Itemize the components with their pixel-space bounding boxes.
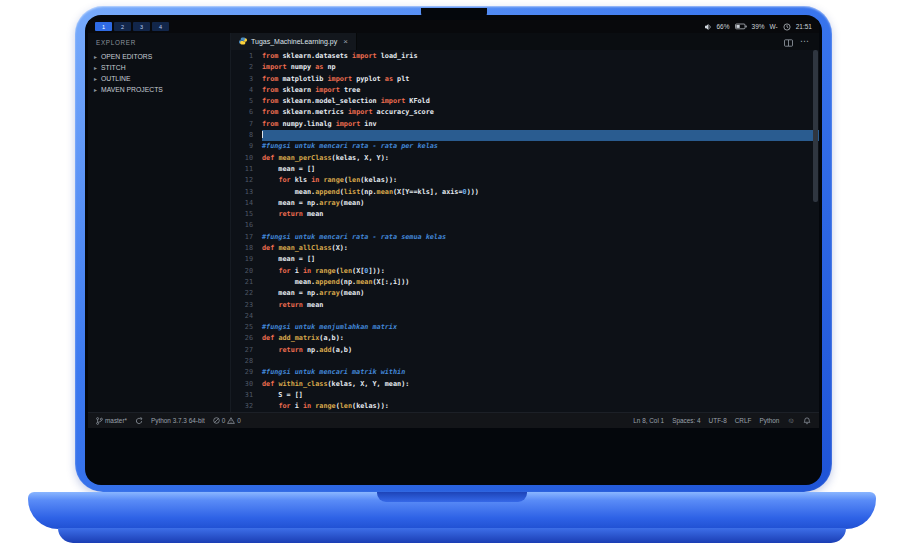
eol-setting[interactable]: CRLF (735, 417, 752, 424)
code-line-text: #fungsi untuk menjumlahkan matrix (262, 322, 819, 333)
code-line[interactable]: 25#fungsi untuk menjumlahkan matrix (231, 322, 819, 333)
code-line[interactable]: 10def mean_perClass(kelas, X, Y): (231, 153, 819, 164)
error-count: 0 (222, 417, 226, 424)
line-number: 3 (231, 74, 262, 85)
sidebar-item-label: STITCH (101, 64, 126, 71)
line-number: 15 (231, 209, 262, 220)
code-area[interactable]: 1from sklearn.datasets import load_iris2… (231, 50, 819, 412)
status-bar-right: Ln 8, Col 1 Spaces: 4 UTF-8 CRLF Python … (633, 417, 811, 425)
editor-scrollbar[interactable] (813, 50, 818, 202)
code-line[interactable]: 8 (231, 130, 819, 141)
line-number: 24 (231, 311, 262, 322)
code-line-text: def add_matrix(a,b): (262, 333, 819, 344)
python-interpreter-status[interactable]: Python 3.7.3 64-bit (151, 417, 205, 424)
code-line[interactable]: 13 mean.append(list(np.mean(X[Y==kls], a… (231, 187, 819, 198)
code-line[interactable]: 22 mean = np.array(mean) (231, 288, 819, 299)
sidebar-item-outline[interactable]: ▸ OUTLINE (88, 73, 230, 84)
code-line-text (262, 311, 819, 322)
code-line[interactable]: 19 mean = [] (231, 254, 819, 265)
code-line[interactable]: 9#fungsi untuk mencari rata - rata per k… (231, 141, 819, 152)
code-line[interactable]: 14 mean = np.array(mean) (231, 198, 819, 209)
code-line-text: return mean (262, 300, 819, 311)
code-line-text: for kls in range(len(kelas)): (262, 175, 819, 186)
split-editor-icon[interactable] (784, 33, 793, 51)
feedback-smiley-icon[interactable]: ☺ (787, 417, 795, 425)
language-mode[interactable]: Python (759, 417, 779, 424)
line-number: 13 (231, 187, 262, 198)
problems-status[interactable]: 0 0 (213, 417, 241, 424)
line-number: 7 (231, 119, 262, 130)
line-number: 29 (231, 367, 262, 378)
editor-tab-bar: Tugas_MachineLearning.py × ⋯ (231, 33, 819, 50)
explorer-title: EXPLORER (88, 37, 230, 51)
code-line-text: mean.append(np.mean(X[:,i])) (262, 277, 819, 288)
code-line[interactable]: 28 (231, 356, 819, 367)
workspace-tab-1[interactable]: 1 (95, 22, 112, 31)
line-number: 5 (231, 96, 262, 107)
vscode-window: 1 2 3 4 66% 39% W- (88, 20, 819, 428)
tab-tugas-machinelearning[interactable]: Tugas_MachineLearning.py × (231, 33, 357, 50)
system-top-bar: 1 2 3 4 66% 39% W- (88, 20, 819, 33)
encoding-setting[interactable]: UTF-8 (709, 417, 727, 424)
workspace-tab-4[interactable]: 4 (152, 22, 169, 31)
code-line[interactable]: 21 mean.append(np.mean(X[:,i])) (231, 277, 819, 288)
close-icon[interactable]: × (343, 37, 348, 46)
code-line-text: def within_class(kelas, X, Y, mean): (262, 379, 819, 390)
clock-icon (783, 23, 791, 31)
line-number: 10 (231, 153, 262, 164)
code-line-text: return np.add(a,b) (262, 345, 819, 356)
code-line-text: for i in range(len(kelas)): (262, 401, 819, 412)
editor-actions: ⋯ (775, 33, 819, 50)
code-line-text: mean = [] (262, 164, 819, 175)
code-line-text: from matplotlib import pyplot as plt (262, 74, 819, 85)
sidebar-item-label: OPEN EDITORS (101, 53, 152, 60)
code-line[interactable]: 20 for i in range(len(X[0])): (231, 266, 819, 277)
line-number: 18 (231, 243, 262, 254)
code-line[interactable]: 18def mean_allClass(X): (231, 243, 819, 254)
code-line[interactable]: 12 for kls in range(len(kelas)): (231, 175, 819, 186)
indentation-setting[interactable]: Spaces: 4 (672, 417, 700, 424)
line-number: 22 (231, 288, 262, 299)
code-line[interactable]: 23 return mean (231, 300, 819, 311)
laptop-keyboard-base (28, 492, 876, 529)
code-line[interactable]: 30def within_class(kelas, X, Y, mean): (231, 379, 819, 390)
code-line[interactable]: 31 S = [] (231, 390, 819, 401)
code-line[interactable]: 15 return mean (231, 209, 819, 220)
sidebar-item-open-editors[interactable]: ▸ OPEN EDITORS (88, 51, 230, 62)
code-line-text: mean = np.array(mean) (262, 288, 819, 299)
code-line-text (262, 356, 819, 367)
speaker-icon (704, 23, 712, 31)
code-line[interactable]: 5from sklearn.model_selection import KFo… (231, 96, 819, 107)
python-file-icon (239, 37, 247, 46)
code-line-text: from sklearn import tree (262, 85, 819, 96)
sync-status[interactable] (135, 417, 143, 425)
code-line-text: S = [] (262, 390, 819, 401)
volume-level: 66% (717, 23, 730, 30)
code-line[interactable]: 2import numpy as np (231, 62, 819, 73)
code-line[interactable]: 17#fungsi untuk mencari rata - rata semu… (231, 232, 819, 243)
code-line[interactable]: 11 mean = [] (231, 164, 819, 175)
line-number: 17 (231, 232, 262, 243)
code-line[interactable]: 7from numpy.linalg import inv (231, 119, 819, 130)
git-branch-status[interactable]: master* (96, 417, 127, 425)
cursor-position[interactable]: Ln 8, Col 1 (633, 417, 664, 424)
code-line[interactable]: 16 (231, 220, 819, 231)
code-line[interactable]: 3from matplotlib import pyplot as plt (231, 74, 819, 85)
code-line[interactable]: 29#fungsi untuk mencari matrik within (231, 367, 819, 378)
clock-time: 21:51 (796, 23, 812, 30)
workspace-tab-3[interactable]: 3 (133, 22, 150, 31)
code-line-text (262, 130, 819, 141)
code-line[interactable]: 6from sklearn.metrics import accuracy_sc… (231, 107, 819, 118)
code-line[interactable]: 1from sklearn.datasets import load_iris (231, 51, 819, 62)
workspace-tab-2[interactable]: 2 (114, 22, 131, 31)
code-line[interactable]: 24 (231, 311, 819, 322)
notifications-bell-icon[interactable] (803, 417, 811, 425)
code-line[interactable]: 26def add_matrix(a,b): (231, 333, 819, 344)
code-line[interactable]: 4from sklearn import tree (231, 85, 819, 96)
sidebar-item-maven-projects[interactable]: ▸ MAVEN PROJECTS (88, 84, 230, 95)
sidebar-item-stitch[interactable]: ▸ STITCH (88, 62, 230, 73)
more-actions-icon[interactable]: ⋯ (800, 37, 810, 46)
code-line[interactable]: 27 return np.add(a,b) (231, 345, 819, 356)
line-number: 30 (231, 379, 262, 390)
code-line[interactable]: 32 for i in range(len(kelas)): (231, 401, 819, 412)
